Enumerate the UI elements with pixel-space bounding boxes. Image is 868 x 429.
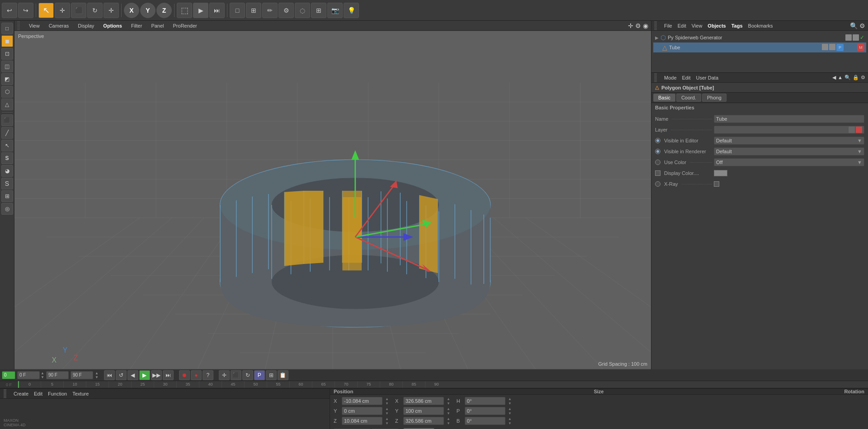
viewport-icon-1[interactable]: ✛ xyxy=(628,22,633,29)
bottom-menu-edit[interactable]: Edit xyxy=(34,391,42,396)
coord-p-down[interactable]: ▼ xyxy=(508,411,512,415)
prop-display-color-swatch[interactable] xyxy=(714,170,727,176)
om-menu-edit[interactable]: Edit xyxy=(678,23,686,28)
coord-b-down[interactable]: ▼ xyxy=(508,421,512,425)
coord-y-pos-field[interactable]: 0 cm xyxy=(342,407,382,415)
coord-x-pos-down[interactable]: ▼ xyxy=(385,401,389,405)
scale-button[interactable]: ⬛ xyxy=(71,3,86,18)
prev-frame-button[interactable]: ◀ xyxy=(127,370,138,380)
tube-phong-tag[interactable]: P xyxy=(836,44,844,51)
axis-y-button[interactable]: Y xyxy=(140,3,156,18)
props-forward-icon[interactable]: ▲ xyxy=(838,75,843,80)
props-menu-edit[interactable]: Edit xyxy=(682,75,691,80)
coord-x-size-up[interactable]: ▲ xyxy=(447,397,450,401)
prop-radio-visible-editor[interactable] xyxy=(655,138,660,143)
props-menu-mode[interactable]: Mode xyxy=(664,75,677,80)
motion-btn-3[interactable]: ↻ xyxy=(242,370,253,380)
spiderweb-check[interactable]: ✓ xyxy=(860,34,864,41)
coord-y-size-down[interactable]: ▼ xyxy=(447,411,450,415)
sidebar-grid-tool[interactable]: ⊞ xyxy=(1,190,13,202)
move2-button[interactable]: ✛ xyxy=(104,3,119,18)
object-row-spiderweb[interactable]: ▶ ⬡ Py Spiderweb Generator ✓ xyxy=(653,33,866,42)
bottom-menu-texture[interactable]: Texture xyxy=(72,391,89,396)
coord-p-up[interactable]: ▲ xyxy=(508,407,512,411)
coord-p-field[interactable]: 0° xyxy=(465,407,505,415)
loop-button[interactable]: ↺ xyxy=(116,370,127,380)
layer-icon-1[interactable] xyxy=(849,127,855,133)
render-all-button[interactable]: ⏭ xyxy=(209,3,225,18)
prop-radio-use-color[interactable] xyxy=(655,160,660,165)
tube-material-tag[interactable]: M xyxy=(857,44,864,51)
coord-y-size-up[interactable]: ▲ xyxy=(447,407,450,411)
sidebar-tool-4[interactable]: ◫ xyxy=(1,61,13,72)
prop-value-name[interactable]: Tube xyxy=(714,115,864,123)
sidebar-tool-5[interactable]: ◩ xyxy=(1,73,13,85)
props-lock-icon[interactable]: 🔒 xyxy=(853,75,859,80)
viewport-icon-3[interactable]: ◉ xyxy=(643,22,648,29)
props-search-icon[interactable]: 🔍 xyxy=(844,75,851,80)
play-button[interactable]: ▶ xyxy=(139,370,150,380)
timeline-start-frame[interactable]: 0 F xyxy=(17,371,40,379)
timeline-end-frame-right[interactable]: 90 F xyxy=(71,371,93,379)
coord-x-size-field[interactable]: 326.586 cm xyxy=(403,397,444,405)
key-info-button[interactable]: ? xyxy=(203,370,213,380)
render-view-button[interactable]: ▶ xyxy=(193,3,208,18)
undo-button[interactable]: ↩ xyxy=(2,3,17,18)
coord-x-pos-field[interactable]: -10.084 cm xyxy=(342,397,382,405)
checker-button[interactable]: ⊞ xyxy=(311,3,326,18)
om-menu-file[interactable]: File xyxy=(664,23,672,28)
coord-h-down[interactable]: ▼ xyxy=(508,401,512,405)
sidebar-paint-tool[interactable]: ◕ xyxy=(1,165,13,177)
prop-dropdown-use-color[interactable]: Off ▼ xyxy=(714,158,864,166)
coord-y-size-field[interactable]: 100 cm xyxy=(403,407,444,415)
om-menu-objects[interactable]: Objects xyxy=(708,23,726,28)
props-back-icon[interactable]: ◀ xyxy=(832,75,836,80)
prop-dropdown-visible-editor[interactable]: Default ▼ xyxy=(714,137,864,145)
prop-radio-xray[interactable] xyxy=(655,181,660,187)
end-up-arrow[interactable]: ▲ xyxy=(95,371,99,375)
sidebar-tool-7[interactable]: △ xyxy=(1,99,13,110)
auto-key-button[interactable]: ● xyxy=(191,370,202,380)
end-down-arrow[interactable]: ▼ xyxy=(95,375,99,379)
spiderweb-expand-icon[interactable]: ▶ xyxy=(655,35,659,40)
bottom-menu-function[interactable]: Function xyxy=(48,391,67,396)
coord-b-field[interactable]: 0° xyxy=(465,417,505,425)
sidebar-tool-3[interactable]: ⊡ xyxy=(1,48,13,60)
select2-button[interactable]: ◌ xyxy=(295,3,310,18)
props-menu-userdata[interactable]: User Data xyxy=(696,75,719,80)
sidebar-edge-mode[interactable]: ╱ xyxy=(1,127,13,139)
coord-z-pos-down[interactable]: ▼ xyxy=(385,421,389,425)
coord-y-pos-up[interactable]: ▲ xyxy=(385,407,389,411)
coord-z-pos-up[interactable]: ▲ xyxy=(385,417,389,421)
om-settings-icon[interactable]: ⚙ xyxy=(859,22,865,29)
om-menu-view[interactable]: View xyxy=(692,23,703,28)
coord-h-field[interactable]: 0° xyxy=(465,397,505,405)
viewport-icon-2[interactable]: ⚙ xyxy=(635,22,641,29)
timeline-current-frame[interactable]: 0 xyxy=(2,371,15,379)
sidebar-snap-tool[interactable]: ◎ xyxy=(1,203,13,215)
bottom-menu-create[interactable]: Create xyxy=(14,391,28,396)
viewport-canvas[interactable]: X Y Z xyxy=(14,31,651,369)
axis-z-button[interactable]: Z xyxy=(156,3,172,18)
tab-coord[interactable]: Coord. xyxy=(676,94,701,102)
light-button[interactable]: 💡 xyxy=(344,3,359,18)
coord-z-pos-field[interactable]: 10.084 cm xyxy=(342,417,382,425)
prop-radio-visible-renderer[interactable] xyxy=(655,149,660,154)
prop-value-layer[interactable] xyxy=(714,126,864,134)
camera-button[interactable]: 📷 xyxy=(327,3,343,18)
motion-btn-6[interactable]: 📋 xyxy=(278,370,288,380)
sidebar-move-tool[interactable]: ↖ xyxy=(1,140,13,151)
brush-button[interactable]: ✏ xyxy=(262,3,278,18)
spiderweb-vis-editor[interactable] xyxy=(845,34,852,41)
coord-z-size-down[interactable]: ▼ xyxy=(447,421,450,425)
props-settings-icon[interactable]: ⚙ xyxy=(861,75,865,80)
next-frame-button[interactable]: ▶▶ xyxy=(151,370,162,380)
viewport-menu-options[interactable]: Options xyxy=(101,22,124,29)
coord-h-up[interactable]: ▲ xyxy=(508,397,512,401)
prop-checkbox-xray[interactable] xyxy=(714,181,719,187)
prop-dropdown-visible-renderer[interactable]: Default ▼ xyxy=(714,147,864,156)
motion-btn-4[interactable]: P xyxy=(254,370,265,380)
viewport-menu-filter[interactable]: Filter xyxy=(129,22,144,29)
tube-vis-editor[interactable] xyxy=(822,44,828,50)
motion-btn-2[interactable]: ⬛ xyxy=(231,370,241,380)
